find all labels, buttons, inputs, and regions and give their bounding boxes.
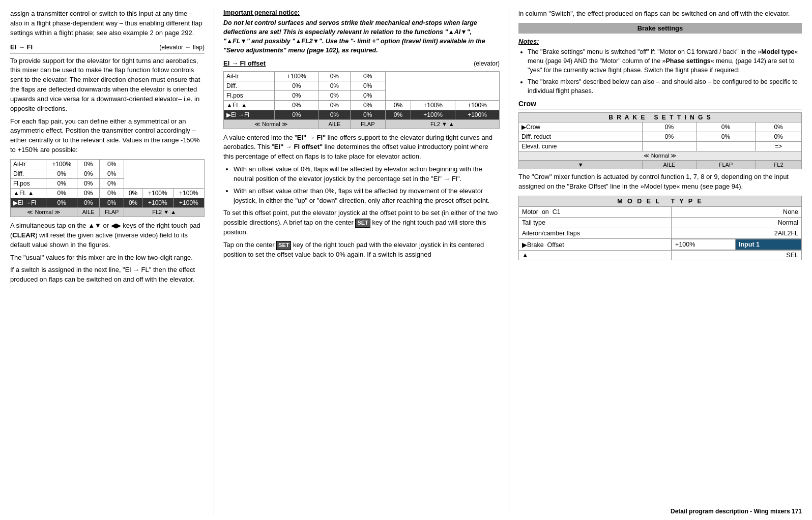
set-box-2: SET bbox=[276, 241, 291, 250]
table-row: Diff. 0% 0% 0% bbox=[224, 81, 500, 90]
table-row: Aileron/camber flaps 2AIL2FL bbox=[519, 228, 802, 239]
clear-label: CLEAR bbox=[12, 231, 35, 239]
model-table-footer: ▲ SEL bbox=[519, 251, 802, 260]
table-row: ▲FL ▲ 0% 0% 0% 0% +100% +100% bbox=[224, 100, 500, 110]
table-row: Diff. 0% 0% 0% bbox=[11, 169, 205, 178]
body-text-2: For each flap pair, you can define eithe… bbox=[10, 117, 205, 155]
model-type-table: M O D E L T Y P E Motor on C1 None Tail … bbox=[518, 196, 802, 260]
notes-title: Notes: bbox=[518, 38, 802, 45]
after-table-text-2: The "usual" values for this mixer are in… bbox=[10, 253, 205, 263]
mixer-table-2: Ail-tr +100% 0% 0% Diff. 0% 0% 0% Fl.pos… bbox=[223, 71, 500, 129]
table-row: Ail-tr +100% 0% 0% bbox=[11, 159, 205, 169]
left-column: assign a transmitter control or switch t… bbox=[10, 9, 214, 515]
el-fl-offset-heading: El → Fl offset (elevator) bbox=[223, 59, 500, 67]
crow-title: Crow bbox=[518, 100, 802, 109]
table-row-selected: ▶El →Fl 0% 0% 0% 0% +100% +100% bbox=[224, 110, 500, 119]
table-row-normal: ≪ Normal ≫ bbox=[519, 151, 802, 161]
important-notice-body: Do not let control surfaces and servos s… bbox=[223, 18, 500, 55]
middle-body-2: To set this offset point, put the elevat… bbox=[223, 208, 500, 237]
intro-text: assign a transmitter control or switch t… bbox=[10, 9, 205, 38]
page-footer: Detail program description - Wing mixers… bbox=[671, 508, 802, 515]
table-row: Motor on C1 None bbox=[519, 207, 802, 218]
mixer-table-1: Ail-tr +100% 0% 0% Diff. 0% 0% 0% Fl.pos… bbox=[10, 159, 205, 217]
note-item-1: The "Brake settings" menu is switched "o… bbox=[528, 47, 802, 75]
table-row: Elevat. curve => bbox=[519, 142, 802, 151]
el-fl-offset-sub: (elevator) bbox=[474, 60, 500, 67]
middle-body-3: Tap on the center SET key of the right t… bbox=[223, 240, 500, 260]
bullet-item-2: With an offset value other than 0%, flap… bbox=[234, 187, 500, 206]
el-fl-label: El → Fl bbox=[10, 43, 33, 51]
table-footer-row: ≪ Normal ≫ AILE FLAP FL2 ▼ ▲ bbox=[11, 207, 205, 217]
table-row-brake-offset: ▶Brake Offset +100% Input 1 bbox=[519, 239, 802, 251]
notes-list: The "Brake settings" menu is switched "o… bbox=[518, 47, 802, 96]
notes-section: Notes: The "Brake settings" menu is swit… bbox=[518, 38, 802, 96]
brake-table-footer: ▼ AILE FLAP FL2 bbox=[519, 161, 802, 169]
middle-bullets: With an offset value of 0%, flaps will b… bbox=[223, 165, 500, 205]
after-table-text-3: If a switch is assigned in the next line… bbox=[10, 265, 205, 285]
after-table-text-1: A simultaneous tap on the ▲▼ or ◀▶ keys … bbox=[10, 221, 205, 250]
brake-settings-header: Brake settings bbox=[518, 23, 802, 34]
table-row: Fl.pos 0% 0% 0% bbox=[224, 90, 500, 100]
table-row: Fl.pos 0% 0% 0% bbox=[11, 178, 205, 188]
model-table-header: M O D E L T Y P E bbox=[519, 196, 802, 207]
middle-column: Important general notice: Do not let con… bbox=[214, 9, 509, 515]
table-row: Ail-tr +100% 0% 0% bbox=[224, 71, 500, 81]
bullet-item-1: With an offset value of 0%, flaps will b… bbox=[234, 165, 500, 184]
set-box-1: SET bbox=[355, 219, 370, 228]
el-fl-offset-label: El → Fl offset bbox=[223, 59, 266, 67]
table-row: ▶Crow 0% 0% 0% bbox=[519, 123, 802, 132]
el-fl-heading: El → Fl (elevator → flap) bbox=[10, 43, 205, 51]
brake-table-header: B R A K E S E T T I N G S bbox=[519, 113, 802, 123]
important-notice-title: Important general notice: bbox=[223, 9, 500, 16]
table-row: Diff. reduct 0% 0% 0% bbox=[519, 132, 802, 142]
body-text-1: To provide support for the elevator for … bbox=[10, 56, 205, 114]
brake-settings-table: B R A K E S E T T I N G S ▶Crow 0% 0% 0%… bbox=[518, 112, 802, 169]
table-row-selected: ▶El →Fl 0% 0% 0% 0% +100% +100% bbox=[11, 198, 205, 207]
middle-body-1: A value entered into the "El" → Fl" line… bbox=[223, 133, 500, 162]
el-fl-sub: (elevator → flap) bbox=[159, 44, 205, 51]
table-row: Tail type Normal bbox=[519, 218, 802, 228]
crow-body: The "Crow" mixer function is actuated by… bbox=[518, 172, 802, 192]
input-highlight-cell: Input 1 bbox=[736, 239, 801, 250]
right-intro: in column "Switch", the effect produced … bbox=[518, 9, 802, 19]
important-notice: Important general notice: Do not let con… bbox=[223, 9, 500, 55]
note-item-2: The "brake mixers" described below can a… bbox=[528, 77, 802, 96]
right-column: in column "Switch", the effect produced … bbox=[509, 9, 802, 515]
table-row: ▲FL ▲ 0% 0% 0% 0% +100% +100% bbox=[11, 188, 205, 198]
table-footer-row: ≪ Normal ≫ AILE FLAP FL2 ▼ ▲ bbox=[224, 119, 500, 129]
